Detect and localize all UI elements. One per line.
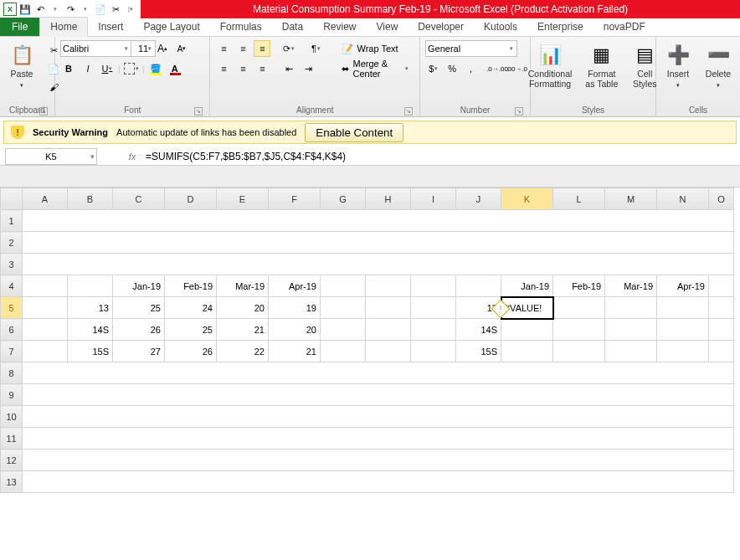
- cell-E6[interactable]: 21: [217, 319, 269, 341]
- col-header-M[interactable]: M: [605, 188, 657, 210]
- cell[interactable]: [501, 341, 553, 362]
- cell-D4[interactable]: Feb-19: [165, 275, 217, 297]
- row-header-10[interactable]: 10: [1, 406, 23, 428]
- col-header-O[interactable]: O: [709, 188, 734, 210]
- redo-dropdown[interactable]: ▾: [79, 3, 92, 16]
- col-header-A[interactable]: A: [23, 188, 68, 210]
- cell[interactable]: [709, 341, 734, 362]
- row-header-4[interactable]: 4: [1, 275, 23, 297]
- cell[interactable]: [411, 319, 456, 341]
- name-box-dropdown-icon[interactable]: ▾: [90, 152, 95, 161]
- cell-N4[interactable]: Apr-19: [657, 275, 709, 297]
- col-header-C[interactable]: C: [113, 188, 165, 210]
- font-color-button[interactable]: A: [167, 60, 183, 77]
- align-center-icon[interactable]: ≡: [234, 60, 251, 77]
- cell[interactable]: [68, 275, 113, 297]
- border-button[interactable]: [123, 60, 140, 77]
- decrease-decimal-icon[interactable]: .00→.0: [508, 60, 525, 77]
- clipboard-launcher[interactable]: ↘: [39, 107, 48, 116]
- cell[interactable]: [23, 254, 734, 275]
- align-left-icon[interactable]: ≡: [215, 60, 232, 77]
- fill-color-button[interactable]: 🪣: [147, 60, 164, 77]
- fx-icon[interactable]: fx: [122, 152, 142, 162]
- percent-format-button[interactable]: %: [444, 60, 460, 77]
- tab-review[interactable]: Review: [313, 18, 366, 36]
- text-direction-icon[interactable]: ¶: [307, 40, 324, 57]
- cell[interactable]: [23, 341, 68, 362]
- cell[interactable]: [23, 232, 734, 254]
- cell-M4[interactable]: Mar-19: [605, 275, 657, 297]
- cell-B7[interactable]: 15S: [68, 341, 113, 362]
- cell-C5[interactable]: 25: [113, 297, 165, 319]
- cell[interactable]: [321, 297, 366, 319]
- undo-dropdown[interactable]: ▾: [49, 3, 62, 16]
- cell-D6[interactable]: 25: [165, 319, 217, 341]
- cell-B5[interactable]: 13: [68, 297, 113, 319]
- increase-font-icon[interactable]: A▴: [154, 40, 171, 57]
- cell-D7[interactable]: 26: [165, 341, 217, 362]
- tab-kutools[interactable]: Kutools: [474, 18, 527, 36]
- cell-E4[interactable]: Mar-19: [217, 275, 269, 297]
- tab-page-layout[interactable]: Page Layout: [133, 18, 209, 36]
- decrease-indent-icon[interactable]: ⇤: [280, 60, 297, 77]
- cell-F7[interactable]: 21: [269, 341, 321, 362]
- cell[interactable]: [657, 297, 709, 319]
- cell-F6[interactable]: 20: [269, 319, 321, 341]
- tab-enterprise[interactable]: Enterprise: [527, 18, 594, 36]
- col-header-N[interactable]: N: [657, 188, 709, 210]
- cell[interactable]: [366, 341, 411, 362]
- row-header-12[interactable]: 12: [1, 450, 23, 471]
- cell[interactable]: [709, 275, 734, 297]
- cell[interactable]: [605, 319, 657, 341]
- increase-indent-icon[interactable]: ⇥: [300, 60, 316, 77]
- row-header-13[interactable]: 13: [1, 471, 23, 493]
- cell[interactable]: [411, 297, 456, 319]
- cell[interactable]: [709, 297, 734, 319]
- cell[interactable]: [23, 362, 734, 384]
- row-header-9[interactable]: 9: [1, 384, 23, 406]
- file-tab[interactable]: File: [0, 18, 39, 36]
- delete-cells-button[interactable]: ➖ Delete▾: [701, 40, 735, 90]
- enable-content-button[interactable]: Enable Content: [305, 123, 403, 142]
- number-launcher[interactable]: ↘: [515, 107, 523, 116]
- cell-J6[interactable]: 14S: [456, 319, 501, 341]
- row-header-1[interactable]: 1: [1, 210, 23, 232]
- font-launcher[interactable]: ↘: [194, 107, 203, 116]
- tab-developer[interactable]: Developer: [408, 18, 474, 36]
- select-all-corner[interactable]: [1, 188, 23, 210]
- col-header-E[interactable]: E: [217, 188, 269, 210]
- cell[interactable]: [23, 428, 734, 450]
- qat-extra-2-icon[interactable]: ✂: [109, 3, 122, 16]
- cell[interactable]: [553, 341, 605, 362]
- cell-C4[interactable]: Jan-19: [113, 275, 165, 297]
- tab-insert[interactable]: Insert: [88, 18, 133, 36]
- cell[interactable]: [456, 275, 501, 297]
- cell[interactable]: [709, 319, 734, 341]
- merge-center-button[interactable]: ⬌Merge & Center: [336, 60, 414, 77]
- cell[interactable]: [605, 297, 657, 319]
- col-header-F[interactable]: F: [269, 188, 321, 210]
- cell[interactable]: [366, 297, 411, 319]
- cell[interactable]: [23, 297, 68, 319]
- row-header-5[interactable]: 5: [1, 297, 23, 319]
- decrease-font-icon[interactable]: A▾: [173, 40, 190, 57]
- col-header-L[interactable]: L: [553, 188, 605, 210]
- undo-icon[interactable]: ↶: [33, 3, 47, 16]
- cell-C7[interactable]: 27: [113, 341, 165, 362]
- increase-decimal-icon[interactable]: .0→.00: [489, 60, 506, 77]
- align-middle-icon[interactable]: ≡: [234, 40, 251, 57]
- spreadsheet-grid[interactable]: A B C D E F G H I J K L M N O 1 2 3 4 Ja…: [0, 188, 740, 493]
- cell-D5[interactable]: 24: [165, 297, 217, 319]
- comma-format-button[interactable]: ,: [463, 60, 479, 77]
- tab-home[interactable]: Home: [39, 17, 88, 37]
- qat-customize-icon[interactable]: |▾: [124, 3, 137, 16]
- formula-input[interactable]: [142, 148, 740, 165]
- qat-extra-1-icon[interactable]: 📄: [94, 3, 107, 16]
- align-top-icon[interactable]: ≡: [215, 40, 232, 57]
- accounting-format-button[interactable]: $: [425, 60, 441, 77]
- save-icon[interactable]: 💾: [18, 3, 32, 16]
- cell[interactable]: [23, 210, 734, 232]
- cell-E5[interactable]: 20: [217, 297, 269, 319]
- italic-button[interactable]: I: [80, 60, 96, 77]
- cell[interactable]: [23, 384, 734, 406]
